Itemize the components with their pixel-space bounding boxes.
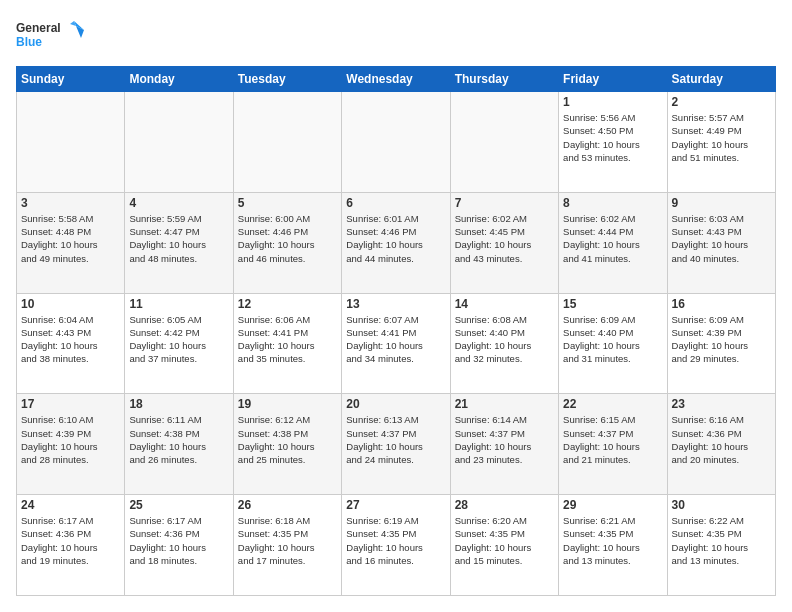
day-number: 6 (346, 196, 445, 210)
calendar-cell: 7Sunrise: 6:02 AM Sunset: 4:45 PM Daylig… (450, 192, 558, 293)
weekday-header: Friday (559, 67, 667, 92)
day-number: 18 (129, 397, 228, 411)
calendar-cell: 8Sunrise: 6:02 AM Sunset: 4:44 PM Daylig… (559, 192, 667, 293)
calendar-week-row: 10Sunrise: 6:04 AM Sunset: 4:43 PM Dayli… (17, 293, 776, 394)
weekday-header: Sunday (17, 67, 125, 92)
weekday-header: Wednesday (342, 67, 450, 92)
day-number: 2 (672, 95, 771, 109)
page: General Blue SundayMondayTuesdayWednesda… (0, 0, 792, 612)
day-info: Sunrise: 6:00 AM Sunset: 4:46 PM Dayligh… (238, 212, 337, 265)
day-number: 28 (455, 498, 554, 512)
day-number: 14 (455, 297, 554, 311)
day-number: 27 (346, 498, 445, 512)
day-info: Sunrise: 6:09 AM Sunset: 4:40 PM Dayligh… (563, 313, 662, 366)
day-info: Sunrise: 5:57 AM Sunset: 4:49 PM Dayligh… (672, 111, 771, 164)
day-number: 23 (672, 397, 771, 411)
day-number: 9 (672, 196, 771, 210)
calendar-cell (233, 92, 341, 193)
day-info: Sunrise: 6:18 AM Sunset: 4:35 PM Dayligh… (238, 514, 337, 567)
day-number: 13 (346, 297, 445, 311)
day-number: 15 (563, 297, 662, 311)
day-number: 26 (238, 498, 337, 512)
calendar-cell: 29Sunrise: 6:21 AM Sunset: 4:35 PM Dayli… (559, 495, 667, 596)
calendar-week-row: 3Sunrise: 5:58 AM Sunset: 4:48 PM Daylig… (17, 192, 776, 293)
day-number: 20 (346, 397, 445, 411)
day-info: Sunrise: 6:22 AM Sunset: 4:35 PM Dayligh… (672, 514, 771, 567)
day-info: Sunrise: 6:10 AM Sunset: 4:39 PM Dayligh… (21, 413, 120, 466)
day-info: Sunrise: 6:03 AM Sunset: 4:43 PM Dayligh… (672, 212, 771, 265)
calendar-week-row: 24Sunrise: 6:17 AM Sunset: 4:36 PM Dayli… (17, 495, 776, 596)
day-number: 10 (21, 297, 120, 311)
calendar-cell: 11Sunrise: 6:05 AM Sunset: 4:42 PM Dayli… (125, 293, 233, 394)
day-info: Sunrise: 6:15 AM Sunset: 4:37 PM Dayligh… (563, 413, 662, 466)
day-number: 25 (129, 498, 228, 512)
day-info: Sunrise: 6:02 AM Sunset: 4:44 PM Dayligh… (563, 212, 662, 265)
day-number: 5 (238, 196, 337, 210)
day-number: 24 (21, 498, 120, 512)
calendar-cell: 23Sunrise: 6:16 AM Sunset: 4:36 PM Dayli… (667, 394, 775, 495)
calendar-cell: 5Sunrise: 6:00 AM Sunset: 4:46 PM Daylig… (233, 192, 341, 293)
day-number: 12 (238, 297, 337, 311)
calendar-cell: 24Sunrise: 6:17 AM Sunset: 4:36 PM Dayli… (17, 495, 125, 596)
day-info: Sunrise: 5:56 AM Sunset: 4:50 PM Dayligh… (563, 111, 662, 164)
day-number: 1 (563, 95, 662, 109)
calendar-week-row: 17Sunrise: 6:10 AM Sunset: 4:39 PM Dayli… (17, 394, 776, 495)
day-number: 16 (672, 297, 771, 311)
day-info: Sunrise: 6:07 AM Sunset: 4:41 PM Dayligh… (346, 313, 445, 366)
calendar-cell: 16Sunrise: 6:09 AM Sunset: 4:39 PM Dayli… (667, 293, 775, 394)
calendar-header-row: SundayMondayTuesdayWednesdayThursdayFrid… (17, 67, 776, 92)
day-info: Sunrise: 6:17 AM Sunset: 4:36 PM Dayligh… (129, 514, 228, 567)
day-number: 21 (455, 397, 554, 411)
calendar-cell: 9Sunrise: 6:03 AM Sunset: 4:43 PM Daylig… (667, 192, 775, 293)
calendar-cell: 15Sunrise: 6:09 AM Sunset: 4:40 PM Dayli… (559, 293, 667, 394)
day-info: Sunrise: 6:20 AM Sunset: 4:35 PM Dayligh… (455, 514, 554, 567)
weekday-header: Tuesday (233, 67, 341, 92)
day-info: Sunrise: 6:02 AM Sunset: 4:45 PM Dayligh… (455, 212, 554, 265)
svg-text:General: General (16, 21, 61, 35)
calendar-cell (17, 92, 125, 193)
calendar: SundayMondayTuesdayWednesdayThursdayFrid… (16, 66, 776, 596)
header: General Blue (16, 16, 776, 56)
day-number: 4 (129, 196, 228, 210)
calendar-cell: 25Sunrise: 6:17 AM Sunset: 4:36 PM Dayli… (125, 495, 233, 596)
day-info: Sunrise: 6:13 AM Sunset: 4:37 PM Dayligh… (346, 413, 445, 466)
day-number: 19 (238, 397, 337, 411)
weekday-header: Monday (125, 67, 233, 92)
calendar-cell: 20Sunrise: 6:13 AM Sunset: 4:37 PM Dayli… (342, 394, 450, 495)
day-number: 7 (455, 196, 554, 210)
calendar-cell: 1Sunrise: 5:56 AM Sunset: 4:50 PM Daylig… (559, 92, 667, 193)
weekday-header: Thursday (450, 67, 558, 92)
calendar-cell: 27Sunrise: 6:19 AM Sunset: 4:35 PM Dayli… (342, 495, 450, 596)
calendar-cell: 17Sunrise: 6:10 AM Sunset: 4:39 PM Dayli… (17, 394, 125, 495)
day-info: Sunrise: 6:14 AM Sunset: 4:37 PM Dayligh… (455, 413, 554, 466)
calendar-cell: 30Sunrise: 6:22 AM Sunset: 4:35 PM Dayli… (667, 495, 775, 596)
weekday-header: Saturday (667, 67, 775, 92)
calendar-cell: 2Sunrise: 5:57 AM Sunset: 4:49 PM Daylig… (667, 92, 775, 193)
day-info: Sunrise: 6:08 AM Sunset: 4:40 PM Dayligh… (455, 313, 554, 366)
calendar-cell: 26Sunrise: 6:18 AM Sunset: 4:35 PM Dayli… (233, 495, 341, 596)
day-number: 17 (21, 397, 120, 411)
calendar-cell: 10Sunrise: 6:04 AM Sunset: 4:43 PM Dayli… (17, 293, 125, 394)
day-info: Sunrise: 6:16 AM Sunset: 4:36 PM Dayligh… (672, 413, 771, 466)
day-info: Sunrise: 6:09 AM Sunset: 4:39 PM Dayligh… (672, 313, 771, 366)
calendar-cell: 21Sunrise: 6:14 AM Sunset: 4:37 PM Dayli… (450, 394, 558, 495)
calendar-cell: 19Sunrise: 6:12 AM Sunset: 4:38 PM Dayli… (233, 394, 341, 495)
day-info: Sunrise: 5:58 AM Sunset: 4:48 PM Dayligh… (21, 212, 120, 265)
day-info: Sunrise: 6:06 AM Sunset: 4:41 PM Dayligh… (238, 313, 337, 366)
calendar-cell: 4Sunrise: 5:59 AM Sunset: 4:47 PM Daylig… (125, 192, 233, 293)
calendar-cell: 14Sunrise: 6:08 AM Sunset: 4:40 PM Dayli… (450, 293, 558, 394)
calendar-cell: 22Sunrise: 6:15 AM Sunset: 4:37 PM Dayli… (559, 394, 667, 495)
calendar-cell: 28Sunrise: 6:20 AM Sunset: 4:35 PM Dayli… (450, 495, 558, 596)
day-number: 29 (563, 498, 662, 512)
calendar-cell (125, 92, 233, 193)
calendar-cell: 6Sunrise: 6:01 AM Sunset: 4:46 PM Daylig… (342, 192, 450, 293)
calendar-week-row: 1Sunrise: 5:56 AM Sunset: 4:50 PM Daylig… (17, 92, 776, 193)
day-info: Sunrise: 6:05 AM Sunset: 4:42 PM Dayligh… (129, 313, 228, 366)
day-number: 30 (672, 498, 771, 512)
day-info: Sunrise: 6:04 AM Sunset: 4:43 PM Dayligh… (21, 313, 120, 366)
day-info: Sunrise: 6:11 AM Sunset: 4:38 PM Dayligh… (129, 413, 228, 466)
logo-svg: General Blue (16, 16, 86, 56)
day-info: Sunrise: 6:21 AM Sunset: 4:35 PM Dayligh… (563, 514, 662, 567)
day-number: 22 (563, 397, 662, 411)
calendar-cell: 3Sunrise: 5:58 AM Sunset: 4:48 PM Daylig… (17, 192, 125, 293)
